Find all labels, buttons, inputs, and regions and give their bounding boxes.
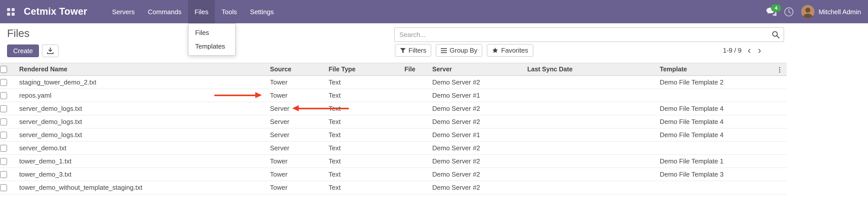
cell-file-type[interactable]: Text	[329, 115, 404, 128]
menu-commands[interactable]: Commands	[141, 0, 188, 23]
table-row[interactable]: repos.yamlTowerTextDemo Server #1	[0, 89, 786, 102]
cell-rendered-name[interactable]: server_demo_logs.txt	[19, 128, 270, 142]
cell-template[interactable]: Demo File Template 4	[660, 128, 776, 142]
cell-last-sync-date[interactable]	[527, 142, 660, 155]
row-checkbox[interactable]	[0, 119, 7, 126]
cell-server[interactable]: Demo Server #2	[432, 181, 527, 194]
search-icon[interactable]	[772, 31, 779, 38]
cell-source[interactable]: Tower	[270, 76, 329, 89]
pager-next-button[interactable]: ›	[757, 46, 762, 55]
cell-file[interactable]	[404, 142, 432, 155]
col-file-type[interactable]: File Type	[329, 63, 404, 76]
cell-server[interactable]: Demo Server #2	[432, 76, 527, 89]
row-checkbox[interactable]	[0, 145, 7, 152]
table-row[interactable]: server_demo_logs.txtServerTextDemo Serve…	[0, 115, 786, 128]
cell-file[interactable]	[404, 128, 432, 142]
download-button[interactable]	[42, 44, 59, 57]
cell-file-type[interactable]: Text	[329, 76, 404, 89]
dropdown-item-templates[interactable]: Templates	[189, 39, 235, 53]
cell-file-type[interactable]: Text	[329, 142, 404, 155]
col-server[interactable]: Server	[432, 63, 527, 76]
apps-grid-icon[interactable]	[7, 8, 15, 16]
cell-server[interactable]: Demo Server #2	[432, 142, 527, 155]
cell-template[interactable]	[660, 142, 776, 155]
cell-file[interactable]	[404, 76, 432, 89]
cell-template[interactable]	[660, 89, 776, 102]
cell-file[interactable]	[404, 102, 432, 115]
menu-settings[interactable]: Settings	[243, 0, 280, 23]
cell-file-type[interactable]: Text	[329, 181, 404, 194]
table-row[interactable]: server_demo_logs.txtServerTextDemo Serve…	[0, 102, 786, 115]
cell-source[interactable]: Server	[270, 128, 329, 142]
cell-source[interactable]: Tower	[270, 181, 329, 194]
cell-file[interactable]	[404, 181, 432, 194]
menu-tools[interactable]: Tools	[215, 0, 244, 23]
cell-file-type[interactable]: Text	[329, 155, 404, 168]
col-last-sync-date[interactable]: Last Sync Date	[527, 63, 660, 76]
cell-last-sync-date[interactable]	[527, 155, 660, 168]
cell-source[interactable]: Server	[270, 102, 329, 115]
cell-rendered-name[interactable]: staging_tower_demo_2.txt	[19, 76, 270, 89]
cell-source[interactable]: Server	[270, 115, 329, 128]
cell-template[interactable]: Demo File Template 3	[660, 168, 776, 181]
col-file[interactable]: File	[404, 63, 432, 76]
cell-last-sync-date[interactable]	[527, 181, 660, 194]
col-source[interactable]: Source	[270, 63, 329, 76]
menu-servers[interactable]: Servers	[105, 0, 141, 23]
col-template[interactable]: Template	[660, 63, 776, 76]
cell-server[interactable]: Demo Server #1	[432, 128, 527, 142]
row-checkbox[interactable]	[0, 158, 7, 165]
app-title[interactable]: Cetmix Tower	[24, 6, 87, 17]
cell-server[interactable]: Demo Server #1	[432, 89, 527, 102]
cell-source[interactable]: Tower	[270, 168, 329, 181]
row-checkbox[interactable]	[0, 106, 7, 113]
group-by-button[interactable]: Group By	[436, 44, 483, 57]
cell-template[interactable]: Demo File Template 4	[660, 115, 776, 128]
cell-file[interactable]	[404, 89, 432, 102]
user-menu[interactable]: Mitchell Admin	[801, 5, 861, 18]
search-input[interactable]	[395, 31, 772, 38]
table-row[interactable]: tower_demo_without_template_staging.txtT…	[0, 181, 786, 194]
cell-source[interactable]: Tower	[270, 89, 329, 102]
column-options-icon[interactable]: ⋮	[776, 63, 786, 76]
menu-files[interactable]: Files	[188, 0, 215, 23]
cell-server[interactable]: Demo Server #2	[432, 155, 527, 168]
cell-rendered-name[interactable]: tower_demo_without_template_staging.txt	[19, 181, 270, 194]
cell-rendered-name[interactable]: server_demo.txt	[19, 142, 270, 155]
cell-file-type[interactable]: Text	[329, 128, 404, 142]
cell-file-type[interactable]: Text	[329, 89, 404, 102]
cell-last-sync-date[interactable]	[527, 168, 660, 181]
cell-file-type[interactable]: Text	[329, 102, 404, 115]
messages-icon[interactable]: 4	[766, 7, 776, 16]
table-row[interactable]: server_demo_logs.txtServerTextDemo Serve…	[0, 128, 786, 142]
cell-template[interactable]: Demo File Template 2	[660, 76, 776, 89]
cell-last-sync-date[interactable]	[527, 115, 660, 128]
create-button[interactable]: Create	[7, 44, 39, 57]
cell-rendered-name[interactable]: repos.yaml	[19, 89, 270, 102]
table-row[interactable]: server_demo.txtServerTextDemo Server #2	[0, 142, 786, 155]
col-rendered-name[interactable]: Rendered Name	[19, 63, 270, 76]
cell-last-sync-date[interactable]	[527, 89, 660, 102]
row-checkbox[interactable]	[0, 171, 7, 178]
cell-file[interactable]	[404, 168, 432, 181]
cell-last-sync-date[interactable]	[527, 102, 660, 115]
pager-previous-button[interactable]: ‹	[747, 46, 752, 55]
cell-file-type[interactable]: Text	[329, 168, 404, 181]
table-row[interactable]: staging_tower_demo_2.txtTowerTextDemo Se…	[0, 76, 786, 89]
row-checkbox[interactable]	[0, 79, 7, 86]
cell-server[interactable]: Demo Server #2	[432, 115, 527, 128]
table-row[interactable]: tower_demo_3.txtTowerTextDemo Server #2D…	[0, 168, 786, 181]
cell-rendered-name[interactable]: server_demo_logs.txt	[19, 115, 270, 128]
cell-last-sync-date[interactable]	[527, 76, 660, 89]
cell-rendered-name[interactable]: tower_demo_3.txt	[19, 168, 270, 181]
table-row[interactable]: tower_demo_1.txtTowerTextDemo Server #2D…	[0, 155, 786, 168]
select-all-checkbox[interactable]	[0, 66, 7, 73]
cell-template[interactable]: Demo File Template 4	[660, 102, 776, 115]
cell-source[interactable]: Tower	[270, 155, 329, 168]
filters-button[interactable]: Filters	[395, 44, 431, 57]
favorites-button[interactable]: Favorites	[487, 44, 533, 57]
cell-last-sync-date[interactable]	[527, 128, 660, 142]
cell-rendered-name[interactable]: tower_demo_1.txt	[19, 155, 270, 168]
activities-clock-icon[interactable]	[784, 7, 794, 17]
cell-file[interactable]	[404, 115, 432, 128]
